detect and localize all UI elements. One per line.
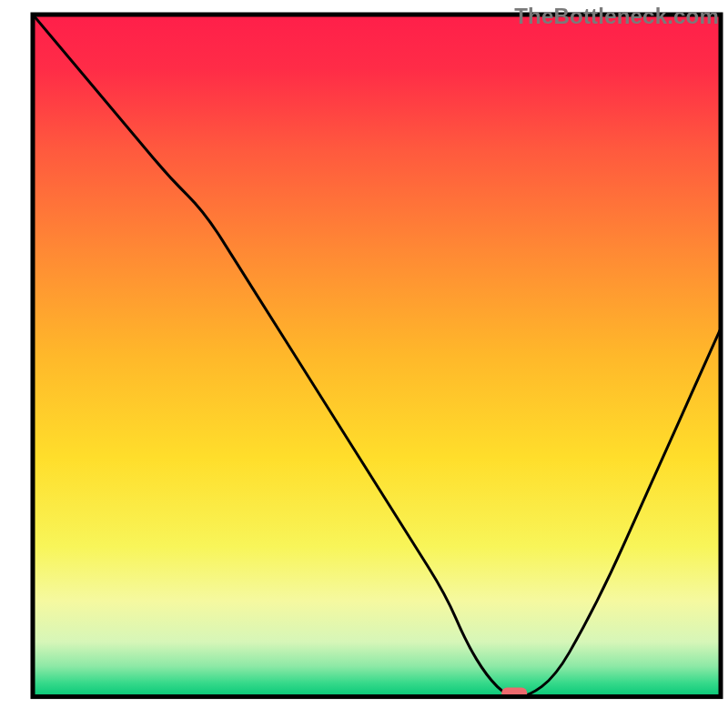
- watermark-text: TheBottleneck.com: [514, 4, 719, 29]
- bottleneck-plot: [0, 0, 728, 728]
- gradient-background: [33, 15, 721, 697]
- chart-stage: TheBottleneck.com: [0, 0, 728, 728]
- plot-area: [33, 15, 721, 701]
